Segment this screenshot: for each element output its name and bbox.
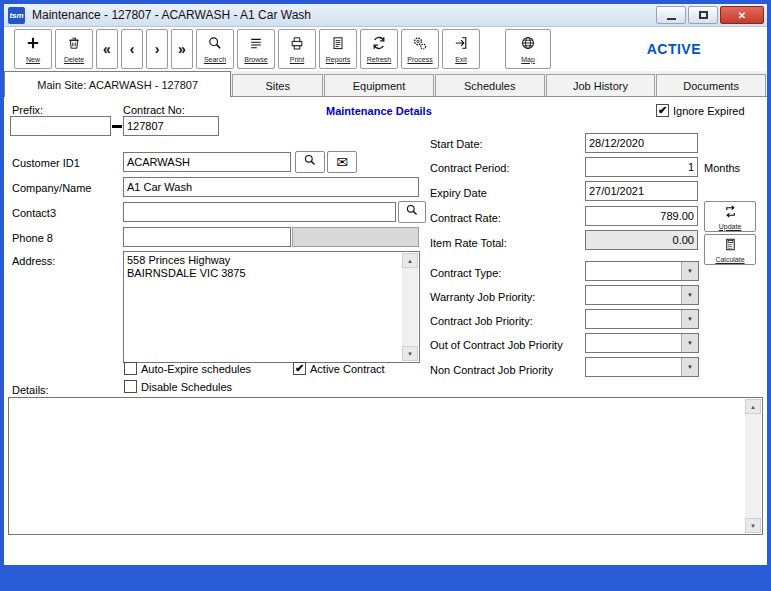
prefix-label: Prefix: xyxy=(12,104,43,116)
refresh-icon xyxy=(371,35,387,55)
printer-icon xyxy=(289,35,305,55)
maintenance-details-panel: Prefix: Contract No: Maintenance Details… xyxy=(4,97,767,565)
customer-id-label: Customer ID1 xyxy=(12,157,80,169)
scroll-up-button[interactable]: ▲ xyxy=(402,253,418,268)
item-rate-total-label: Item Rate Total: xyxy=(430,237,507,249)
details-label: Details: xyxy=(12,384,49,396)
expiry-date-label: Expiry Date xyxy=(430,187,487,199)
chevron-down-icon[interactable]: ▼ xyxy=(681,334,698,352)
scroll-up-button[interactable]: ▲ xyxy=(745,399,761,414)
details-textarea[interactable]: ▲ ▼ xyxy=(8,397,763,535)
scroll-down-button[interactable]: ▼ xyxy=(402,346,418,361)
start-date-label: Start Date: xyxy=(430,138,483,150)
refresh-button[interactable]: Refresh xyxy=(360,29,398,69)
non-contract-job-priority-label: Non Contract Job Priority xyxy=(430,364,553,376)
scroll-down-button[interactable]: ▼ xyxy=(745,518,761,533)
chevron-down-icon[interactable]: ▼ xyxy=(681,286,698,304)
close-icon: ✕ xyxy=(738,10,746,21)
contract-period-input[interactable] xyxy=(585,157,698,177)
contact-input[interactable] xyxy=(123,202,396,222)
tab-schedules[interactable]: Schedules xyxy=(435,74,545,96)
calculate-button[interactable]: Calculate xyxy=(704,234,756,265)
reports-button[interactable]: Reports xyxy=(319,29,357,69)
new-button[interactable]: New xyxy=(14,29,52,69)
address-textarea[interactable]: 558 Princes Highway BAIRNSDALE VIC 3875 … xyxy=(123,251,420,363)
auto-expire-label: Auto-Expire schedules xyxy=(141,363,251,375)
tab-documents[interactable]: Documents xyxy=(656,74,766,96)
customer-id-input[interactable] xyxy=(123,152,291,172)
phone-input[interactable] xyxy=(123,227,291,247)
out-of-contract-job-priority-dropdown[interactable]: ▼ xyxy=(585,333,699,353)
print-button[interactable]: Print xyxy=(278,29,316,69)
minimize-button[interactable] xyxy=(656,6,686,24)
contract-job-priority-label: Contract Job Priority: xyxy=(430,315,533,327)
auto-expire-checkbox[interactable] xyxy=(124,362,137,375)
chevron-down-icon[interactable]: ▼ xyxy=(681,358,698,376)
list-icon xyxy=(248,35,264,55)
maximize-button[interactable] xyxy=(688,6,718,24)
update-loop-icon xyxy=(723,204,738,223)
details-scrollbar[interactable]: ▲ ▼ xyxy=(745,399,761,533)
scroll-up-icon: ▲ xyxy=(407,258,413,264)
trash-icon xyxy=(66,35,82,55)
search-button[interactable]: Search xyxy=(196,29,234,69)
active-contract-checkbox[interactable]: ✔ xyxy=(293,362,306,375)
contract-rate-label: Contract Rate: xyxy=(430,212,501,224)
expiry-date-input[interactable] xyxy=(585,181,698,201)
customer-email-button[interactable]: ✉ xyxy=(327,151,357,173)
browse-button[interactable]: Browse xyxy=(237,29,275,69)
disable-schedules-checkbox[interactable] xyxy=(124,380,137,393)
contract-rate-input[interactable] xyxy=(585,206,698,226)
contract-period-label: Contract Period: xyxy=(430,162,509,174)
calculator-icon xyxy=(723,237,738,256)
prefix-contract-separator xyxy=(112,125,122,128)
tab-job-history[interactable]: Job History xyxy=(546,74,656,96)
tab-equipment[interactable]: Equipment xyxy=(324,74,434,96)
first-record-button[interactable]: « xyxy=(96,29,118,69)
company-name-input[interactable] xyxy=(123,177,419,197)
window-controls: ✕ xyxy=(656,6,764,24)
map-button[interactable]: Map xyxy=(505,29,551,69)
ignore-expired-checkbox[interactable]: ✔ xyxy=(656,104,669,117)
minimize-icon xyxy=(667,18,676,20)
previous-record-button[interactable]: ‹ xyxy=(121,29,143,69)
contract-type-label: Contract Type: xyxy=(430,267,501,279)
address-scrollbar[interactable]: ▲ ▼ xyxy=(402,253,418,361)
toolbar: New Delete « ‹ › » Search Browse Print R… xyxy=(4,27,767,71)
phone-label: Phone 8 xyxy=(12,232,53,244)
search-icon xyxy=(207,35,223,55)
section-title: Maintenance Details xyxy=(326,105,432,117)
delete-button[interactable]: Delete xyxy=(55,29,93,69)
contact-label: Contact3 xyxy=(12,207,56,219)
new-icon xyxy=(25,35,41,55)
chevron-down-icon[interactable]: ▼ xyxy=(681,310,698,328)
address-label: Address: xyxy=(12,255,55,267)
contract-type-dropdown[interactable]: ▼ xyxy=(585,261,699,281)
warranty-job-priority-dropdown[interactable]: ▼ xyxy=(585,285,699,305)
prefix-input[interactable] xyxy=(10,116,111,136)
months-label: Months xyxy=(704,162,740,174)
process-button[interactable]: Process xyxy=(401,29,439,69)
non-contract-job-priority-dropdown[interactable]: ▼ xyxy=(585,357,699,377)
contract-no-input[interactable] xyxy=(123,116,219,136)
close-button[interactable]: ✕ xyxy=(720,6,764,24)
exit-button[interactable]: Exit xyxy=(442,29,480,69)
item-rate-total-input xyxy=(585,230,698,250)
chevron-down-icon[interactable]: ▼ xyxy=(681,262,698,280)
tab-sites[interactable]: Sites xyxy=(232,74,323,96)
gears-icon xyxy=(412,35,428,55)
contract-job-priority-dropdown[interactable]: ▼ xyxy=(585,309,699,329)
envelope-icon: ✉ xyxy=(336,154,348,170)
exit-icon xyxy=(453,35,469,55)
customer-search-button[interactable] xyxy=(295,151,325,173)
tab-main-site[interactable]: Main Site: ACARWASH - 127807 xyxy=(4,71,231,97)
search-icon xyxy=(405,203,419,221)
last-record-button[interactable]: » xyxy=(171,29,193,69)
phone-extension-disabled-field xyxy=(292,227,419,247)
update-rate-button[interactable]: Update xyxy=(704,201,756,232)
contact-search-button[interactable] xyxy=(398,201,426,223)
report-document-icon xyxy=(330,35,346,55)
next-record-button[interactable]: › xyxy=(146,29,168,69)
search-icon xyxy=(303,153,317,171)
start-date-input[interactable] xyxy=(585,133,698,153)
